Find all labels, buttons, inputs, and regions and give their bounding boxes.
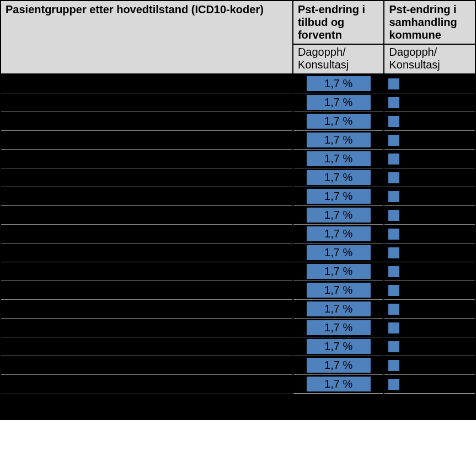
footer-val2-cell [384,394,475,420]
row-label-cell [1,243,293,262]
row-value1-cell: 1,7 % [293,150,384,168]
row-value2-cell [384,319,475,337]
row-value2-cell [384,168,475,187]
table-row: 1,7 % [1,281,475,300]
value2-box [388,78,400,90]
value1-box: 1,7 % [306,245,371,261]
value2-box [388,228,400,240]
table-row: 1,7 % [1,243,475,262]
row-label-cell [1,74,293,93]
value2-box [388,341,400,353]
table-body: 1,7 %1,7 %1,7 %1,7 %1,7 %1,7 %1,7 %1,7 %… [1,74,475,420]
row-label-cell [1,187,293,206]
value2-box [388,247,400,259]
header-col3-top: Pst-endring i samhandling kommune [384,1,475,44]
row-value2-cell [384,262,475,281]
row-value1-cell: 1,7 % [293,131,384,150]
value2-box [388,172,400,184]
header-row-top: Pasientgrupper etter hovedtilstand (ICD1… [1,1,475,44]
value1-box: 1,7 % [306,226,371,242]
table-row: 1,7 % [1,112,475,131]
header-col2-sub: Dagopph/ Konsultasj [293,44,384,74]
table-row: 1,7 % [1,93,475,112]
value2-box [388,284,400,297]
row-label-cell [1,356,293,375]
value1-box: 1,7 % [306,151,371,167]
row-value1-cell: 1,7 % [293,168,384,187]
row-label-cell [1,375,293,394]
table-row: 1,7 % [1,225,475,243]
row-label-cell [1,206,293,225]
value1-box: 1,7 % [306,113,371,129]
table-row: 1,7 % [1,337,475,356]
value2-box [388,266,400,278]
table-row: 1,7 % [1,206,475,225]
row-value2-cell [384,225,475,243]
row-label-cell [1,93,293,112]
value1-box: 1,7 % [306,76,371,92]
value1-box: 1,7 % [306,357,371,373]
table-row: 1,7 % [1,300,475,319]
value1-box: 1,7 % [306,132,371,148]
row-label-cell [1,112,293,131]
value2-box [388,359,400,372]
row-label-cell [1,131,293,150]
row-value1-cell: 1,7 % [293,262,384,281]
icd10-table: Pasientgrupper etter hovedtilstand (ICD1… [0,0,476,420]
row-value1-cell: 1,7 % [293,93,384,112]
header-col2-top: Pst-endring i tilbud og forventn [293,1,384,44]
value1-box: 1,7 % [306,188,371,204]
row-value1-cell: 1,7 % [293,356,384,375]
row-label-cell [1,225,293,243]
row-value2-cell [384,281,475,300]
row-label-cell [1,262,293,281]
row-value1-cell: 1,7 % [293,206,384,225]
value1-box: 1,7 % [306,376,371,392]
table-row: 1,7 % [1,131,475,150]
row-value2-cell [384,74,475,93]
row-value2-cell [384,337,475,356]
value2-box [388,115,400,128]
row-label-cell [1,337,293,356]
row-value2-cell [384,375,475,394]
header-col1: Pasientgrupper etter hovedtilstand (ICD1… [1,1,293,74]
row-value1-cell: 1,7 % [293,300,384,319]
row-value2-cell [384,206,475,225]
row-value2-cell [384,93,475,112]
value1-box: 1,7 % [306,207,371,223]
value2-box [388,134,400,146]
row-label-cell [1,281,293,300]
row-value1-cell: 1,7 % [293,281,384,300]
row-value2-cell [384,243,475,262]
table-row: 1,7 % [1,187,475,206]
value2-box [388,378,400,390]
footer-row [1,394,475,420]
value2-box [388,190,400,203]
table-row: 1,7 % [1,375,475,394]
row-value2-cell [384,356,475,375]
row-value1-cell: 1,7 % [293,243,384,262]
table-row: 1,7 % [1,319,475,337]
value2-box [388,209,400,221]
row-value2-cell [384,150,475,168]
row-value1-cell: 1,7 % [293,225,384,243]
row-value1-cell: 1,7 % [293,319,384,337]
row-value1-cell: 1,7 % [293,375,384,394]
table-row: 1,7 % [1,168,475,187]
value2-box [388,322,400,334]
row-value2-cell [384,300,475,319]
row-label-cell [1,319,293,337]
value1-box: 1,7 % [306,338,371,354]
value2-box [388,303,400,315]
value1-box: 1,7 % [306,282,371,298]
table-row: 1,7 % [1,356,475,375]
row-value1-cell: 1,7 % [293,74,384,93]
row-value1-cell: 1,7 % [293,337,384,356]
value2-box [388,153,400,165]
row-label-cell [1,168,293,187]
row-value2-cell [384,187,475,206]
value2-box [388,97,400,109]
footer-val1-cell [293,394,384,420]
row-label-cell [1,150,293,168]
row-value1-cell: 1,7 % [293,187,384,206]
